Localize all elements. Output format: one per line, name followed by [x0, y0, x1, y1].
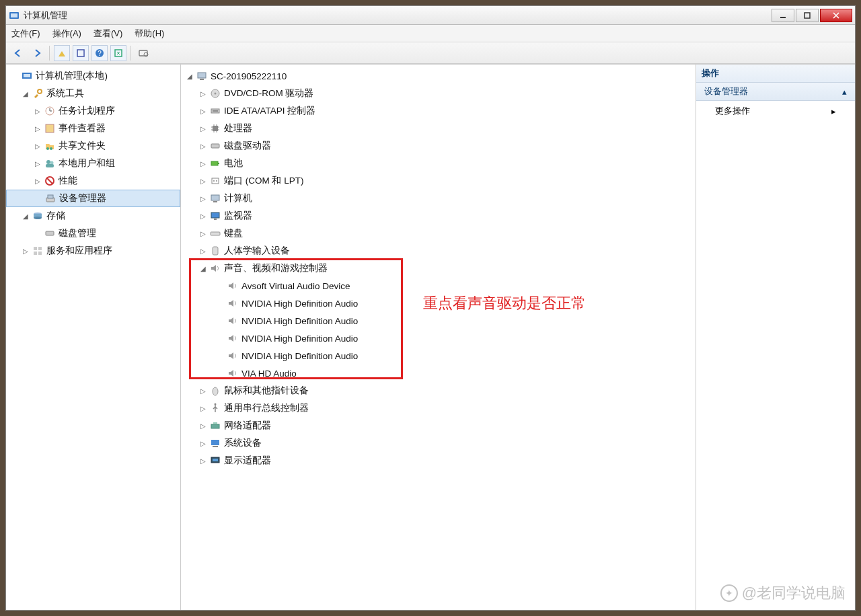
device-label: 监视器 [224, 210, 252, 222]
device-sound-item[interactable]: NVIDIA High Definition Audio [181, 347, 696, 364]
device-network[interactable]: ▷网络适配器 [181, 417, 696, 434]
expand-icon[interactable]: ▷ [198, 422, 208, 430]
device-processor[interactable]: ▷处理器 [181, 120, 696, 137]
pc-icon [196, 70, 208, 82]
device-dvd[interactable]: ▷DVD/CD-ROM 驱动器 [181, 85, 696, 102]
tree-system-tools[interactable]: ◢ 系统工具 [6, 85, 180, 102]
hid-icon [209, 245, 221, 257]
title-bar[interactable]: 计算机管理 [6, 6, 855, 25]
collapse-icon[interactable]: ◢ [21, 90, 30, 98]
device-label: NVIDIA High Definition Audio [241, 299, 358, 309]
expand-icon[interactable]: ▷ [198, 247, 208, 255]
device-computer[interactable]: ▷计算机 [181, 190, 696, 207]
tree-task-scheduler[interactable]: ▷ 任务计划程序 [6, 102, 180, 120]
device-system[interactable]: ▷系统设备 [181, 434, 696, 452]
svg-rect-19 [46, 164, 54, 167]
menu-file[interactable]: 文件(F) [11, 28, 40, 40]
collapse-caret-icon[interactable]: ▴ [842, 87, 847, 97]
menu-help[interactable]: 帮助(H) [135, 28, 164, 40]
tree-event-viewer[interactable]: ▷ 事件查看器 [6, 120, 180, 137]
expand-icon[interactable]: ▷ [198, 230, 208, 237]
tree-root-computer-mgmt[interactable]: 计算机管理(本地) [6, 67, 180, 85]
expand-icon[interactable]: ▷ [198, 405, 208, 412]
forward-button[interactable] [29, 45, 45, 61]
expand-icon[interactable]: ▷ [198, 213, 208, 220]
device-mouse[interactable]: ▷鼠标和其他指针设备 [181, 382, 696, 399]
tree-label: 本地用户和组 [59, 157, 115, 169]
shared-folder-icon [44, 140, 56, 152]
device-battery[interactable]: ▷电池 [181, 155, 696, 172]
device-ide[interactable]: ▷IDE ATA/ATAPI 控制器 [181, 102, 696, 120]
tree-local-users[interactable]: ▷ 本地用户和组 [6, 155, 180, 172]
device-sound-item[interactable]: NVIDIA High Definition Audio [181, 330, 696, 347]
device-label: 人体学输入设备 [224, 245, 290, 257]
tree-services-apps[interactable]: ▷ 服务和应用程序 [6, 242, 180, 260]
scan-button[interactable] [135, 45, 151, 61]
minimize-button[interactable] [772, 9, 794, 22]
device-label: 系统设备 [224, 437, 262, 449]
mon-icon [209, 210, 221, 222]
device-sound-item[interactable]: VIA HD Audio [181, 364, 696, 382]
collapse-icon[interactable]: ◢ [185, 73, 194, 80]
svg-point-15 [46, 147, 49, 150]
speaker-icon [227, 332, 239, 344]
maximize-button[interactable] [796, 9, 819, 22]
menu-view[interactable]: 查看(V) [93, 28, 122, 40]
expand-icon[interactable]: ▷ [198, 90, 208, 98]
app-window: 计算机管理 文件(F) 操作(A) 查看(V) 帮助(H) ? [5, 5, 856, 611]
collapse-icon[interactable]: ◢ [198, 265, 208, 272]
expand-icon[interactable]: ▷ [198, 195, 208, 202]
device-label: 电池 [224, 157, 243, 169]
device-sound-item[interactable]: Avsoft Virtual Audio Device [181, 277, 696, 295]
expand-icon[interactable]: ▷ [198, 143, 208, 150]
app-icon [9, 10, 20, 21]
menu-action[interactable]: 操作(A) [52, 28, 81, 40]
properties-button[interactable] [73, 45, 89, 61]
expand-icon[interactable]: ▷ [33, 178, 42, 185]
expand-icon[interactable]: ▷ [198, 178, 208, 185]
tree-device-manager[interactable]: 设备管理器 [6, 190, 180, 207]
svg-rect-53 [213, 422, 217, 424]
device-sound-controllers[interactable]: ◢声音、视频和游戏控制器 [181, 260, 696, 277]
svg-point-43 [216, 180, 217, 182]
device-keyboard[interactable]: ▷键盘 [181, 225, 696, 242]
actions-more[interactable]: 更多操作 ▸ [696, 101, 855, 121]
device-hid[interactable]: ▷人体学输入设备 [181, 242, 696, 260]
refresh-button[interactable] [110, 45, 126, 61]
device-sound-item[interactable]: NVIDIA High Definition Audio [181, 312, 696, 330]
tree-shared-folders[interactable]: ▷ 共享文件夹 [6, 137, 180, 155]
expand-icon[interactable]: ▷ [198, 108, 208, 115]
nav-tree-pane: 计算机管理(本地) ◢ 系统工具 ▷ 任务计划程序 ▷ 事件查看器 [6, 65, 181, 610]
expand-icon[interactable]: ▷ [198, 457, 208, 465]
device-usb[interactable]: ▷通用串行总线控制器 [181, 399, 696, 417]
device-mgr-icon [44, 192, 57, 204]
services-icon [32, 245, 44, 257]
expand-icon[interactable]: ▷ [198, 125, 208, 132]
collapse-icon[interactable]: ◢ [21, 213, 30, 220]
speaker-icon [227, 297, 239, 309]
device-label: 显示适配器 [224, 455, 271, 467]
up-button[interactable] [54, 45, 70, 61]
device-display[interactable]: ▷显示适配器 [181, 452, 696, 469]
device-ports[interactable]: ▷端口 (COM 和 LPT) [181, 172, 696, 190]
back-button[interactable] [10, 45, 26, 61]
close-button[interactable] [820, 9, 852, 22]
help-button[interactable]: ? [91, 45, 108, 61]
expand-icon[interactable]: ▷ [33, 125, 42, 132]
actions-section[interactable]: 设备管理器 ▴ [696, 83, 855, 101]
device-root[interactable]: ◢SC-201905222110 [181, 67, 696, 85]
expand-icon[interactable]: ▷ [33, 143, 42, 150]
expand-icon[interactable]: ▷ [33, 108, 42, 115]
expand-icon[interactable]: ▷ [21, 247, 30, 255]
device-monitor[interactable]: ▷监视器 [181, 207, 696, 225]
tree-performance[interactable]: ▷ 性能 [6, 172, 180, 190]
svg-rect-2 [780, 17, 786, 18]
expand-icon[interactable]: ▷ [33, 160, 42, 167]
tree-disk-mgmt[interactable]: 磁盘管理 [6, 225, 180, 242]
expand-icon[interactable]: ▷ [198, 387, 208, 395]
expand-icon[interactable]: ▷ [198, 440, 208, 447]
device-disk-drive[interactable]: ▷磁盘驱动器 [181, 137, 696, 155]
expand-icon[interactable]: ▷ [198, 160, 208, 167]
tree-label: 任务计划程序 [59, 105, 115, 117]
tree-storage[interactable]: ◢ 存储 [6, 207, 180, 225]
